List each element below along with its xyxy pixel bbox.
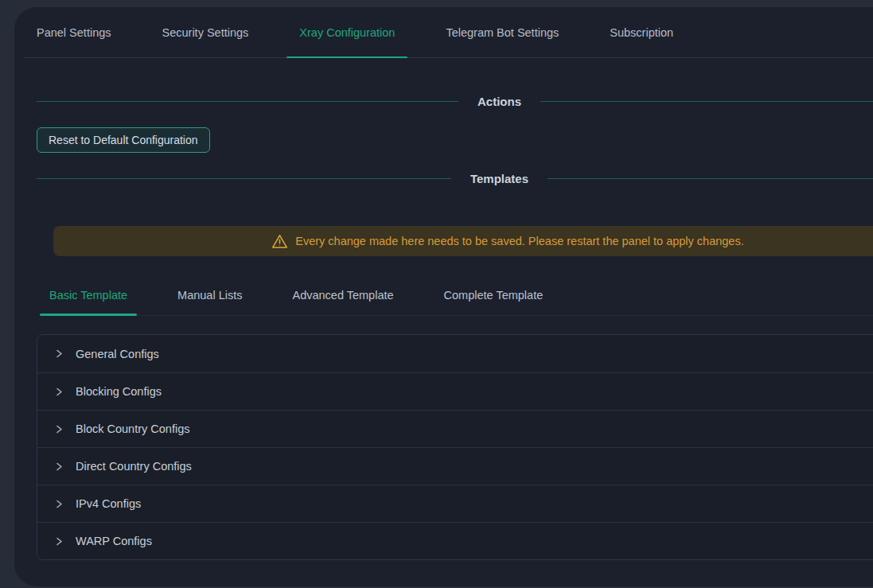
template-tab-bar: Basic Template Manual Lists Advanced Tem… — [40, 275, 873, 316]
restart-warning-alert: Every change made here needs to be saved… — [53, 226, 873, 256]
tab-subscription[interactable]: Subscription — [597, 7, 686, 57]
collapse-header-label: Block Country Configs — [76, 423, 189, 435]
chevron-right-icon — [54, 424, 64, 434]
collapse-header-label: Blocking Configs — [76, 385, 162, 398]
templates-divider: Templates — [37, 161, 873, 196]
tab-xray-configuration[interactable]: Xray Configuration — [286, 7, 407, 57]
actions-divider: Actions — [37, 84, 873, 119]
settings-card: Panel Settings Security Settings Xray Co… — [14, 7, 873, 586]
collapse-block-country-configs[interactable]: Block Country Configs — [37, 410, 873, 447]
page: Panel Settings Security Settings Xray Co… — [0, 0, 873, 588]
collapse-warp-configs[interactable]: WARP Configs — [37, 522, 873, 559]
restart-warning-text: Every change made here needs to be saved… — [295, 235, 743, 247]
collapse-ipv4-configs[interactable]: IPv4 Configs — [37, 485, 873, 522]
config-collapse-list: General Configs Blocking Configs Block C… — [37, 334, 873, 560]
chevron-right-icon — [54, 461, 64, 472]
collapse-general-configs[interactable]: General Configs — [37, 335, 873, 372]
collapse-blocking-configs[interactable]: Blocking Configs — [37, 372, 873, 410]
collapse-header-label: IPv4 Configs — [76, 497, 141, 510]
tab-basic-template[interactable]: Basic Template — [40, 275, 137, 315]
collapse-header-label: Direct Country Configs — [76, 460, 192, 473]
actions-section-title: Actions — [477, 95, 521, 108]
tab-complete-template[interactable]: Complete Template — [435, 275, 553, 315]
main-tab-bar: Panel Settings Security Settings Xray Co… — [24, 7, 873, 58]
reset-to-default-button[interactable]: Reset to Default Configuration — [37, 127, 210, 153]
tab-telegram-bot-settings[interactable]: Telegram Bot Settings — [433, 7, 571, 57]
chevron-right-icon — [54, 387, 64, 397]
warning-triangle-icon — [271, 233, 288, 250]
tab-panel-settings[interactable]: Panel Settings — [24, 7, 124, 57]
chevron-right-icon — [54, 536, 64, 547]
actions-button-row: Reset to Default Configuration — [37, 127, 873, 153]
collapse-header-label: General Configs — [76, 348, 159, 360]
chevron-right-icon — [54, 499, 64, 509]
tab-security-settings[interactable]: Security Settings — [150, 7, 262, 57]
collapse-header-label: WARP Configs — [76, 535, 152, 547]
templates-section-title: Templates — [470, 172, 528, 185]
tab-advanced-template[interactable]: Advanced Template — [283, 275, 403, 315]
tab-manual-lists[interactable]: Manual Lists — [168, 275, 251, 315]
collapse-direct-country-configs[interactable]: Direct Country Configs — [37, 447, 873, 485]
chevron-right-icon — [54, 349, 64, 359]
